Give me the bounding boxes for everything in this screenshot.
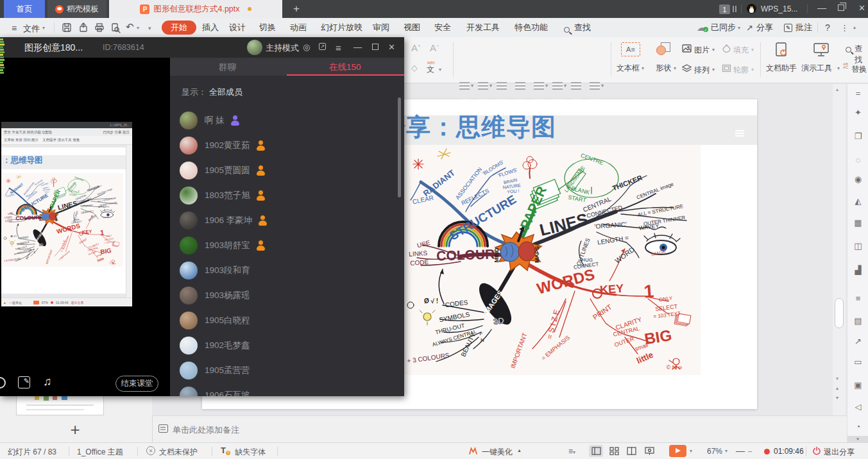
fill-button[interactable]: 填充	[733, 45, 749, 56]
view-reading-icon[interactable]	[627, 447, 636, 455]
synced-status[interactable]: 已同步	[711, 18, 736, 37]
chevron-down-icon[interactable]: ▾	[489, 83, 492, 88]
add-slide-button[interactable]: +	[67, 420, 83, 439]
music-icon[interactable]: ♫	[43, 375, 52, 388]
restore-window-button[interactable]	[838, 4, 844, 11]
overlay-titlebar[interactable]: 图形创意180... ID:7683614 主持模式 ◎ ↗ ≡ — ✕	[0, 37, 404, 58]
new-tab-button[interactable]: +	[287, 0, 305, 18]
scroll-up-icon[interactable]: ▴	[836, 87, 838, 92]
member-row[interactable]: 1906 李豪坤	[170, 208, 404, 233]
zoom-out-button[interactable]: —	[736, 446, 745, 456]
ribbon-tab-start[interactable]: 开始	[162, 21, 196, 35]
end-class-button[interactable]: 结束课堂	[115, 376, 158, 392]
member-row[interactable]: 1903胡舒宝	[170, 233, 404, 258]
chevron-down-icon[interactable]: ▾	[545, 83, 548, 88]
paragraph-format-icon[interactable]	[478, 81, 488, 90]
ribbon-tab-animation[interactable]: 动画	[290, 18, 307, 37]
chevron-down-icon[interactable]: ▾	[837, 65, 840, 71]
close-overlay-button[interactable]: ✕	[388, 42, 395, 52]
drag-handle-icon[interactable]: =	[847, 88, 868, 98]
protection-status[interactable]: 文档未保护	[159, 447, 198, 458]
slide-counter[interactable]: 幻灯片 67 / 83	[8, 447, 56, 458]
next-slide-button[interactable]: ▾	[836, 395, 838, 401]
save-button[interactable]	[62, 22, 72, 33]
member-row[interactable]: 1905孟营营	[170, 358, 404, 383]
undo-button[interactable]: ↶	[126, 21, 134, 33]
gallery-icon[interactable]: ▤	[847, 316, 868, 326]
slide-title[interactable]: 分享：思维导图	[381, 111, 556, 144]
eraser-icon[interactable]: ⬦	[411, 63, 418, 74]
chart-icon[interactable]: ▟	[847, 265, 868, 275]
picture-button[interactable]: 图片	[694, 45, 710, 56]
chevron-down-icon[interactable]: ▾	[471, 83, 473, 88]
view-normal-selected[interactable]	[589, 445, 603, 457]
increase-font-icon[interactable]: A+	[411, 42, 421, 53]
chevron-down-icon[interactable]: ▾	[712, 67, 715, 72]
collapse-ribbon-icon[interactable]: ▾	[853, 25, 856, 31]
collapse-rail-button[interactable]: ▾	[847, 436, 868, 442]
ribbon-tab-slideshow[interactable]: 幻灯片放映	[321, 18, 362, 37]
zoom-level[interactable]: 67%	[707, 447, 722, 456]
tab-home[interactable]: 首页	[4, 0, 45, 18]
partial-tool-icon[interactable]	[0, 377, 6, 388]
chevron-down-icon[interactable]: ▾	[601, 83, 604, 88]
chevron-down-icon[interactable]: ▾	[712, 47, 715, 53]
missing-font-status[interactable]: 缺失字体	[235, 447, 266, 458]
ribbon-tab-design[interactable]: 设计	[229, 18, 246, 37]
wordart-icon[interactable]: ◭	[847, 196, 868, 206]
taskbar-badge[interactable]: 1	[719, 4, 730, 14]
minimize-window-button[interactable]: —	[817, 3, 826, 13]
box-icon[interactable]: ▭	[847, 357, 868, 367]
chevron-down-icon[interactable]: ▾	[642, 65, 644, 71]
adjust-icon[interactable]: ≡	[847, 294, 868, 303]
zoom-slider-handle[interactable]: –	[748, 447, 752, 455]
menu-icon[interactable]: ≡	[12, 23, 17, 33]
undo-dropdown[interactable]: ▾	[137, 25, 139, 31]
classroom-overlay-window[interactable]: 图形创意180... ID:7683614 主持模式 ◎ ↗ ≡ — ✕ 1 |…	[0, 37, 404, 396]
ribbon-tab-review[interactable]: 审阅	[373, 18, 389, 37]
theme-name[interactable]: 1_Office 主题	[77, 447, 123, 458]
minimize-overlay-button[interactable]: —	[353, 42, 362, 52]
beautify-expand-icon[interactable]: ▲	[517, 448, 522, 453]
share-button[interactable]: 分享	[756, 18, 773, 37]
chevron-down-icon[interactable]: ▾	[439, 67, 441, 72]
screen-share-preview[interactable]: 1 | WPS_15... 安全 开发工具 特色功能 Q查找已同步 分享 批注 …	[1, 122, 132, 306]
magic-effects-icon[interactable]: ✦	[847, 108, 868, 117]
play-slideshow-button[interactable]	[669, 445, 686, 457]
tab-group-chat[interactable]: 群聊	[219, 62, 236, 73]
decrease-font-icon[interactable]: A−	[430, 42, 439, 53]
paragraph-format-icon[interactable]	[497, 81, 507, 90]
view-sorter-icon[interactable]	[609, 447, 619, 455]
chevron-down-icon[interactable]: ▾	[738, 25, 740, 31]
exit-share-button[interactable]: 退出分享	[824, 447, 855, 458]
shapes-icon[interactable]: ❐	[847, 131, 868, 141]
popout-icon[interactable]: ↗	[319, 43, 326, 50]
more-commands-icon[interactable]: ▾	[148, 25, 151, 31]
print-button[interactable]	[94, 22, 105, 33]
member-row[interactable]: 1803范子旭	[170, 183, 404, 208]
help-button[interactable]: ?	[825, 18, 830, 37]
search-icon[interactable]	[564, 27, 570, 33]
qq-penguin-icon[interactable]	[747, 4, 756, 13]
ribbon-tab-security[interactable]: 安全	[434, 18, 451, 37]
ribbon-tab-insert[interactable]: 插入	[202, 18, 219, 37]
member-row[interactable]: 1902黄亚茹	[170, 133, 404, 158]
mindmap-image[interactable]: RADIANTCLEARASSOCIATION'BLOOMS''FLOWS'RE…	[404, 145, 701, 375]
widget-handle-icon[interactable]	[735, 130, 744, 137]
member-filter[interactable]: 显示： 全部成员	[182, 87, 243, 98]
host-mode-label[interactable]: 主持模式	[266, 42, 299, 54]
scroll-down-icon[interactable]: ▾	[836, 376, 838, 381]
image-icon[interactable]: ▣	[847, 380, 868, 390]
present-tools-button[interactable]: 演示工具	[801, 63, 832, 74]
chevron-down-icon[interactable]: ▾	[564, 83, 566, 88]
member-row[interactable]: 1903段和育	[170, 258, 404, 283]
paragraph-format-icon[interactable]	[459, 81, 470, 90]
doc-helper-button[interactable]: 文档助手	[766, 63, 797, 74]
print-preview-button[interactable]	[110, 22, 121, 33]
maximize-overlay-button[interactable]	[372, 44, 379, 50]
tab-document[interactable]: P 图形创意联想方式4.pptx	[109, 0, 282, 18]
paragraph-format-icon[interactable]	[534, 81, 544, 90]
play-options-icon[interactable]: ▾	[690, 448, 692, 454]
file-menu[interactable]: 文件	[23, 23, 40, 35]
paragraph-format-icon[interactable]	[590, 81, 600, 90]
